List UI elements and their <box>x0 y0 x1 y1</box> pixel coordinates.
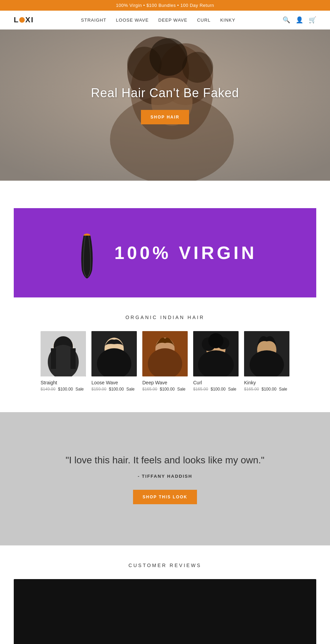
product-name-curl: Curl <box>193 380 239 385</box>
price-sale-curl: $100.00 <box>211 387 226 392</box>
products-section: ORGANIC INDIAN HAIR Straight $149.00 $10… <box>0 297 330 405</box>
loose-wave-photo <box>91 331 137 376</box>
virgin-banner-wrapper: 100% VIRGIN <box>0 181 330 297</box>
product-image-kinky <box>244 331 289 376</box>
price-sale-straight: $100.00 <box>58 387 73 392</box>
product-card-curl[interactable]: Curl $165.00 $100.00 Sale <box>193 331 239 392</box>
price-original-kinky: $165.00 <box>244 387 259 392</box>
products-section-title: ORGANIC INDIAN HAIR <box>14 315 316 320</box>
nav-list: STRAIGHT LOOSE WAVE DEEP WAVE CURL KINKY <box>81 17 235 23</box>
price-badge-deep-wave: Sale <box>177 387 185 392</box>
product-card-deep-wave[interactable]: Deep Wave $165.00 $100.00 Sale <box>142 331 188 392</box>
announcement-bar: 100% Virgin • $100 Bundles • 100 Day Ret… <box>0 0 330 11</box>
price-sale-deep-wave: $100.00 <box>160 387 175 392</box>
deep-wave-photo <box>142 331 188 376</box>
price-original-loose-wave: $159.00 <box>91 387 106 392</box>
nav-link-loose-wave[interactable]: LOOSE WAVE <box>116 18 148 23</box>
announcement-text: 100% Virgin • $100 Bundles • 100 Day Ret… <box>116 3 214 8</box>
nav-item-straight[interactable]: STRAIGHT <box>81 17 107 23</box>
svg-point-26 <box>208 333 223 348</box>
products-grid: Straight $149.00 $100.00 Sale Loose Wave… <box>14 331 316 392</box>
nav-item-kinky[interactable]: KINKY <box>220 17 235 23</box>
product-prices-kinky: $165.00 $100.00 Sale <box>244 387 289 392</box>
nav-item-curl[interactable]: CURL <box>197 17 210 23</box>
virgin-banner: 100% VIRGIN <box>14 208 316 297</box>
product-name-kinky: Kinky <box>244 380 289 385</box>
product-prices-deep-wave: $165.00 $100.00 Sale <box>142 387 188 392</box>
shop-this-look-button[interactable]: SHOP THIS LOOK <box>133 490 197 504</box>
price-sale-kinky: $100.00 <box>262 387 276 392</box>
logo[interactable]: LXI <box>14 15 34 24</box>
nav-item-deep-wave[interactable]: DEEP WAVE <box>158 17 188 23</box>
product-card-kinky[interactable]: Kinky $165.00 $100.00 Sale <box>244 331 289 392</box>
search-icon[interactable]: 🔍 <box>283 16 290 24</box>
product-name-deep-wave: Deep Wave <box>142 380 188 385</box>
main-nav: STRAIGHT LOOSE WAVE DEEP WAVE CURL KINKY <box>81 17 235 23</box>
testimonial-quote: "I love this hair. It feels and looks li… <box>21 453 309 467</box>
price-badge-kinky: Sale <box>279 387 287 392</box>
nav-item-loose-wave[interactable]: LOOSE WAVE <box>116 17 148 23</box>
product-name-straight: Straight <box>41 380 86 385</box>
svg-rect-14 <box>51 348 56 369</box>
product-name-loose-wave: Loose Wave <box>91 380 137 385</box>
reviews-title: CUSTOMER REVIEWS <box>14 563 316 568</box>
product-prices-curl: $165.00 $100.00 Sale <box>193 387 239 392</box>
logo-circle <box>19 17 25 23</box>
product-image-loose-wave <box>91 331 137 376</box>
svg-rect-15 <box>70 348 76 369</box>
kinky-photo <box>244 331 289 376</box>
testimonial-author: - TIFFANY HADDISH <box>21 474 309 479</box>
price-sale-loose-wave: $100.00 <box>109 387 124 392</box>
review-video[interactable] <box>14 579 316 644</box>
nav-link-deep-wave[interactable]: DEEP WAVE <box>158 18 188 23</box>
nav-link-kinky[interactable]: KINKY <box>220 18 235 23</box>
price-original-curl: $165.00 <box>193 387 208 392</box>
price-original-straight: $149.00 <box>41 387 55 392</box>
hero-section: Real Hair Can't Be Faked SHOP HAIR <box>0 30 330 181</box>
product-prices-straight: $149.00 $100.00 Sale <box>41 387 86 392</box>
virgin-text: 100% VIRGIN <box>114 242 257 263</box>
header-icons: 🔍 👤 🛒 <box>283 16 316 24</box>
product-card-loose-wave[interactable]: Loose Wave $159.00 $100.00 Sale <box>91 331 137 392</box>
nav-link-curl[interactable]: CURL <box>197 18 210 23</box>
hero-title: Real Hair Can't Be Faked <box>91 86 239 100</box>
price-badge-loose-wave: Sale <box>126 387 134 392</box>
testimonial-section: "I love this hair. It feels and looks li… <box>0 412 330 545</box>
svg-point-7 <box>150 38 187 76</box>
product-prices-loose-wave: $159.00 $100.00 Sale <box>91 387 137 392</box>
product-image-straight <box>41 331 86 376</box>
product-image-curl <box>193 331 239 376</box>
header: LXI STRAIGHT LOOSE WAVE DEEP WAVE CURL K… <box>0 11 330 30</box>
hero-content: Real Hair Can't Be Faked SHOP HAIR <box>91 86 239 124</box>
shop-hair-button[interactable]: SHOP HAIR <box>141 110 189 124</box>
nav-link-straight[interactable]: STRAIGHT <box>81 18 107 23</box>
hair-bundle-icon <box>73 225 101 280</box>
price-badge-straight: Sale <box>75 387 84 392</box>
price-original-deep-wave: $165.00 <box>142 387 157 392</box>
product-image-deep-wave <box>142 331 188 376</box>
straight-photo <box>41 331 86 376</box>
price-badge-curl: Sale <box>228 387 236 392</box>
cart-icon[interactable]: 🛒 <box>309 16 316 24</box>
user-icon[interactable]: 👤 <box>296 16 303 24</box>
curl-photo <box>193 331 239 376</box>
product-card-straight[interactable]: Straight $149.00 $100.00 Sale <box>41 331 86 392</box>
reviews-section: CUSTOMER REVIEWS <box>0 545 330 644</box>
